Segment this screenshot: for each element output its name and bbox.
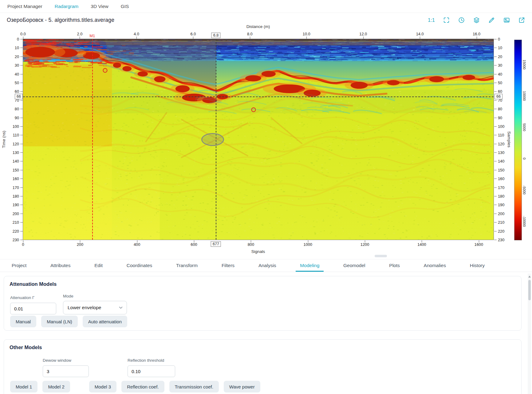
scrollbar-thumb[interactable] xyxy=(528,280,531,300)
layers-icon[interactable] xyxy=(473,17,480,24)
tab-history[interactable]: History xyxy=(466,260,489,272)
colorbar-tick-label: 5000 xyxy=(522,123,526,131)
signal-tick-label: 400 xyxy=(134,242,140,247)
attenuation-models-panel: Attenuation Models Attenuation Γ Mode Lo… xyxy=(4,276,522,331)
samples-tick-label: 30 xyxy=(498,63,502,68)
manual-ln-button[interactable]: Manual (LN) xyxy=(41,316,78,327)
auto-attenuation-button[interactable]: Auto attenuation xyxy=(83,316,127,327)
samples-tick-mark xyxy=(494,65,497,65)
dewow-window-input[interactable] xyxy=(43,365,89,377)
tab-coordinates[interactable]: Coordinates xyxy=(122,260,157,272)
tab-edit[interactable]: Edit xyxy=(90,260,107,272)
tab-geomodel[interactable]: Geomodel xyxy=(339,260,370,272)
radargram-title: ОзероБоровск - 5. algorithms.titles.aver… xyxy=(7,17,114,23)
distance-tick-label: 6.0 xyxy=(190,32,196,36)
nav-3d-view[interactable]: 3D View xyxy=(91,4,108,9)
tab-attributes[interactable]: Attributes xyxy=(46,260,75,272)
samples-tick-label: 130 xyxy=(498,150,504,155)
time-tick-label: 220 xyxy=(6,229,19,233)
signal-tick-label: 800 xyxy=(248,242,254,247)
time-tick-label: 110 xyxy=(6,133,19,137)
samples-tick-mark xyxy=(494,57,497,57)
pick-marker-circle[interactable] xyxy=(251,107,256,112)
nav-project-manager[interactable]: Project Manager xyxy=(7,4,42,9)
crosshair-horizontal-line[interactable] xyxy=(23,97,494,97)
signal-tick-mark xyxy=(479,240,479,242)
anomaly-ellipse[interactable] xyxy=(201,133,224,146)
model-1-button[interactable]: Model 1 xyxy=(10,381,37,392)
samples-tick-label: 200 xyxy=(498,211,504,216)
manual-button[interactable]: Manual xyxy=(10,316,36,327)
samples-tick-label: 90 xyxy=(498,115,502,120)
tab-anomalies[interactable]: Anomalies xyxy=(420,260,450,272)
open-in-window-icon[interactable] xyxy=(518,17,525,24)
reflection-threshold-input[interactable] xyxy=(128,365,175,377)
wave-power-button[interactable]: Wave power xyxy=(224,381,260,392)
time-tick-label: 230 xyxy=(6,238,19,242)
other-models-panel: Other Models Dewow window Reflection thr… xyxy=(4,339,522,394)
signal-tick-mark xyxy=(194,240,194,242)
signal-tick-label: 0 xyxy=(22,242,24,247)
samples-tick-mark xyxy=(494,91,497,92)
history-clock-icon[interactable] xyxy=(458,17,465,24)
samples-tick-mark xyxy=(494,187,497,188)
time-tick-mark xyxy=(20,179,23,179)
draw-pencil-icon[interactable] xyxy=(488,17,495,24)
pick-marker-circle[interactable] xyxy=(103,68,107,73)
samples-tick-label: 20 xyxy=(498,54,502,59)
samples-tick-mark xyxy=(494,39,497,39)
colorbar-tick-label: -5000 xyxy=(522,185,526,194)
crosshair-distance-value: 6.8 xyxy=(211,33,220,38)
samples-tick-label: 220 xyxy=(498,229,504,233)
tab-transform[interactable]: Transform xyxy=(172,260,202,272)
attenuation-gamma-label: Attenuation Γ xyxy=(10,295,35,300)
colorbar-tick-label: -10000 xyxy=(522,216,526,227)
time-tick-label: 50 xyxy=(6,80,19,85)
time-tick-mark xyxy=(20,196,23,196)
time-tick-label: 60 xyxy=(6,89,19,94)
model-2-button[interactable]: Model 2 xyxy=(42,381,70,392)
time-tick-mark xyxy=(20,91,23,92)
time-tick-label: 200 xyxy=(6,211,19,216)
signal-tick-mark xyxy=(23,240,23,242)
transmission-coef-button[interactable]: Transmission coef. xyxy=(169,381,219,392)
distance-tick-label: 10.0 xyxy=(303,32,310,36)
nav-radargram[interactable]: Radargram xyxy=(55,4,79,9)
tool-tabs: Project Attributes Edit Coordinates Tran… xyxy=(0,260,532,272)
zoom-1-1-button[interactable]: 1:1 xyxy=(428,17,435,23)
signal-tick-mark xyxy=(137,240,137,242)
reflection-coef-button[interactable]: Reflection coef. xyxy=(121,381,164,392)
time-tick-mark xyxy=(20,187,23,188)
scrollbar-up-arrow[interactable] xyxy=(528,276,531,278)
samples-tick-mark xyxy=(494,100,497,100)
mode-select[interactable]: Lower envelope xyxy=(63,301,127,314)
snapshot-image-icon[interactable] xyxy=(503,17,510,24)
tab-project[interactable]: Project xyxy=(7,260,31,272)
colorbar-tick-label: 15000 xyxy=(522,60,526,69)
tab-analysis[interactable]: Analysis xyxy=(254,260,281,272)
nav-gis[interactable]: GIS xyxy=(121,4,129,9)
tab-modeling[interactable]: Modeling xyxy=(296,260,324,272)
fit-screen-icon[interactable] xyxy=(443,17,450,24)
distance-tick-label: 8.0 xyxy=(247,32,253,36)
time-tick-mark xyxy=(20,109,23,109)
crosshair-time-value-right: 66 xyxy=(495,94,502,99)
model-3-button[interactable]: Model 3 xyxy=(89,381,116,392)
distance-tick-label: 12.0 xyxy=(359,32,367,36)
signal-tick-mark xyxy=(251,240,251,242)
samples-tick-label: 210 xyxy=(498,220,504,225)
tab-filters[interactable]: Filters xyxy=(217,260,239,272)
attenuation-gamma-input[interactable] xyxy=(10,303,56,314)
m1-marker-line[interactable] xyxy=(92,39,93,240)
time-tick-mark xyxy=(20,39,23,39)
samples-tick-label: 100 xyxy=(498,124,504,128)
samples-tick-label: 150 xyxy=(498,167,504,172)
splitter-handle[interactable] xyxy=(375,255,387,257)
distance-tick-mark xyxy=(136,37,137,39)
samples-tick-mark xyxy=(494,135,497,135)
samples-tick-label: 140 xyxy=(498,159,504,164)
samples-tick-mark xyxy=(494,240,497,240)
signal-tick-label: 1400 xyxy=(417,242,426,247)
tab-plots[interactable]: Plots xyxy=(385,260,404,272)
radargram-canvas[interactable] xyxy=(23,39,494,240)
